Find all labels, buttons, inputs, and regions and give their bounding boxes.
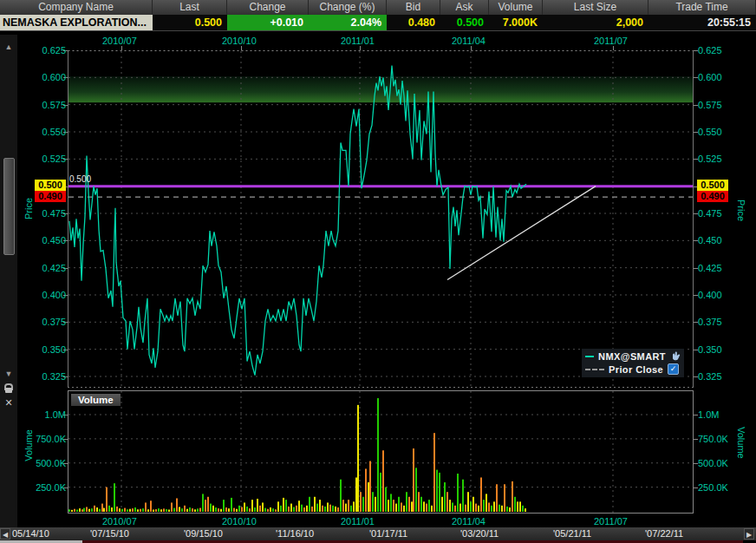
legend-row-prior-close[interactable]: Prior Close ✓ [585, 363, 681, 376]
scrollbar-date-label: '07/22/11 [645, 527, 683, 540]
last-price-chip-right: 0.500 [697, 180, 728, 191]
quote-change_pct-value[interactable]: 2.04% [309, 15, 387, 30]
volume-pane-label: Volume [71, 394, 121, 406]
price-tick-right: 0.325 [698, 371, 722, 382]
volume-axis-title-right: Volume [736, 427, 746, 459]
price-axis-title-right: Price [736, 200, 746, 221]
unlock-icon[interactable] [4, 383, 13, 393]
close-icon[interactable]: ✕ [2, 397, 16, 408]
price-tick-right: 0.475 [698, 208, 722, 219]
scroll-left-icon[interactable]: ◀ [0, 528, 10, 540]
price-tick-left: 0.325 [21, 371, 66, 382]
chart-legend[interactable]: NMX@SMART Prior Close ✓ [582, 349, 684, 377]
volume-tick-right: 250.0K [698, 482, 728, 493]
quote-company-value[interactable]: NEMASKA EXPLORATION... [0, 15, 153, 30]
price-tick-left: 0.575 [21, 100, 66, 110]
month-label-bottom: 2011/04 [452, 516, 486, 527]
legend-row-series[interactable]: NMX@SMART [585, 350, 681, 363]
vertical-scrollbar[interactable]: ▲ ▼ ✕ [0, 35, 17, 540]
tick-mark [360, 46, 361, 50]
column-header-last_size[interactable]: Last Size [543, 0, 648, 15]
price-tick-left: 0.400 [21, 290, 66, 300]
tick-mark [471, 46, 472, 50]
price-tick-left: 0.625 [21, 45, 66, 56]
trendline-drawing[interactable] [447, 186, 596, 280]
price-tick-right: 0.550 [698, 127, 722, 137]
column-header-bid[interactable]: Bid [387, 0, 440, 15]
prior-close-chip-right: 0.490 [697, 191, 728, 202]
month-label-top: 2010/10 [222, 36, 257, 46]
series-label: NMX@SMART [598, 351, 666, 362]
scrollbar-date-label: '03/20/11 [460, 527, 499, 540]
hand-cursor-icon [670, 351, 681, 362]
quote-table-row[interactable]: NEMASKA EXPLORATION...0.500+0.0102.04%0.… [0, 15, 756, 31]
month-label-top: 2011/07 [594, 36, 628, 46]
scrollbar-date-label: '11/16/10 [276, 527, 314, 540]
month-label-top: 2010/07 [102, 36, 137, 46]
month-label-bottom: 2010/07 [102, 516, 137, 527]
month-label-bottom: 2010/10 [222, 516, 257, 527]
column-header-change[interactable]: Change [227, 0, 309, 15]
price-axis-title-left: Price [23, 198, 34, 219]
quote-table-header: Company NameLastChangeChange (%)BidAskVo… [0, 0, 756, 15]
price-tick-right: 0.375 [698, 317, 722, 327]
prior-close-checkbox[interactable]: ✓ [668, 363, 679, 375]
tws-chart-window: Company NameLastChangeChange (%)BidAskVo… [0, 0, 756, 543]
price-line-series[interactable] [69, 66, 526, 376]
price-tick-left: 0.525 [21, 154, 66, 164]
price-tick-left: 0.350 [21, 344, 66, 355]
quote-trade_time-value[interactable]: 20:55:15 [648, 15, 756, 30]
scrollbar-date-label: 05/14/10 [12, 527, 49, 540]
price-tick-right: 0.625 [698, 45, 722, 56]
price-tick-right: 0.400 [698, 290, 722, 300]
column-header-change_pct[interactable]: Change (%) [309, 0, 387, 15]
price-tick-right: 0.450 [698, 235, 722, 245]
volume-tick-left: 1.0M [21, 409, 66, 420]
scroll-down-icon[interactable]: ▼ [2, 369, 16, 379]
scrollbar-date-label: '07/15/10 [90, 527, 129, 540]
price-tick-right: 0.575 [698, 100, 722, 110]
price-tick-left: 0.600 [21, 72, 66, 82]
tick-mark [241, 46, 242, 50]
volume-tick-right: 1.0M [698, 409, 719, 420]
price-tick-right: 0.425 [698, 263, 722, 273]
month-label-top: 2011/04 [452, 36, 486, 46]
column-header-volume[interactable]: Volume [489, 0, 543, 15]
prior-close-chip-left: 0.490 [35, 191, 66, 202]
price-chart[interactable] [68, 50, 694, 389]
vertical-scroll-thumb[interactable] [3, 158, 15, 255]
last-price-annotation: 0.500 [69, 174, 91, 184]
price-tick-right: 0.350 [698, 344, 722, 355]
price-tick-right: 0.600 [698, 72, 722, 82]
scrollbar-date-label: '09/15/10 [184, 527, 223, 540]
quote-bid-value[interactable]: 0.480 [387, 15, 440, 30]
quote-last_size-value[interactable]: 2,000 [543, 15, 648, 30]
quote-ask-value[interactable]: 0.500 [440, 15, 489, 30]
volume-tick-left: 250.0K [21, 482, 66, 493]
prior-close-swatch [585, 369, 604, 370]
scrollbar-date-label: '05/21/11 [553, 527, 591, 540]
series-swatch [585, 356, 594, 357]
price-tick-left: 0.450 [21, 235, 66, 245]
volume-tick-right: 500.0K [698, 458, 728, 468]
prior-close-label: Prior Close [609, 364, 663, 375]
month-label-bottom: 2011/07 [594, 516, 628, 527]
month-label-bottom: 2011/01 [341, 516, 375, 527]
volume-chart[interactable] [68, 390, 694, 514]
column-header-ask[interactable]: Ask [440, 0, 489, 15]
scroll-right-icon[interactable]: ▶ [744, 528, 754, 540]
column-header-company[interactable]: Company Name [0, 0, 153, 15]
volume-bars [68, 398, 526, 512]
time-scrollbar[interactable]: ◀ ▶ 05/14/10'07/15/10'09/15/10'11/16/10'… [0, 527, 756, 540]
column-header-trade_time[interactable]: Trade Time [648, 0, 756, 15]
scrollbar-date-label: '01/17/11 [369, 527, 407, 540]
scroll-up-icon[interactable]: ▲ [2, 42, 16, 52]
quote-change-value[interactable]: +0.010 [227, 15, 309, 30]
volume-tick-right: 750.0K [698, 434, 728, 444]
quote-volume-value[interactable]: 7.000K [489, 15, 543, 30]
column-header-last[interactable]: Last [153, 0, 227, 15]
quote-last-value[interactable]: 0.500 [153, 15, 227, 30]
price-tick-left: 0.375 [21, 317, 66, 327]
month-label-top: 2011/01 [341, 36, 375, 46]
price-tick-right: 0.525 [698, 154, 722, 164]
